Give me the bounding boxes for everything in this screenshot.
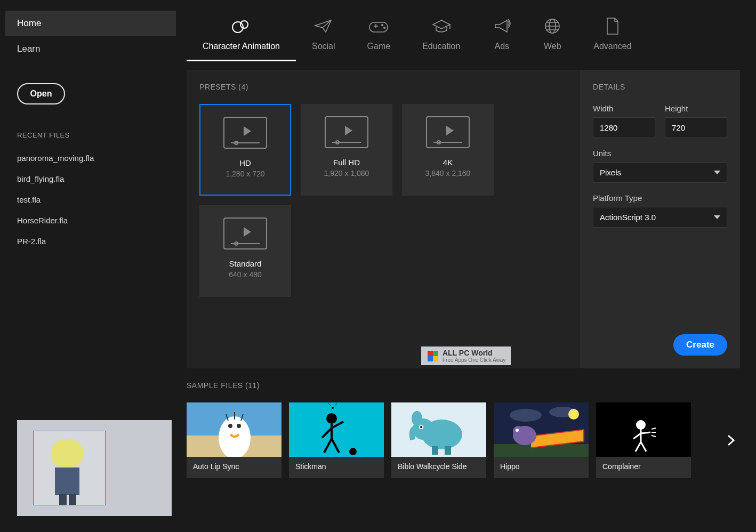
platform-select[interactable]: ActionScript 3.0 xyxy=(593,207,727,228)
sample-title: Auto Lip Sync xyxy=(187,457,282,478)
paper-plane-icon xyxy=(314,16,333,36)
tab-label: Game xyxy=(367,42,391,51)
sample-title: Stickman xyxy=(289,457,384,478)
svg-rect-8 xyxy=(428,356,433,361)
svg-point-34 xyxy=(516,429,519,432)
samples-next-button[interactable] xyxy=(722,429,740,452)
watermark-badge: ALL PC World Free Apps One Click Away xyxy=(421,346,511,365)
document-icon xyxy=(605,16,621,36)
tab-character-animation[interactable]: Character Animation xyxy=(187,11,296,61)
presets-section: PRESETS (4) HD 1,280 x 720 Full HD 1,920… xyxy=(187,70,580,368)
preset-dimensions: 3,840 x 2,160 xyxy=(425,169,471,178)
svg-point-2 xyxy=(381,24,383,26)
main-panel: Character Animation Social Game Educatio… xyxy=(176,5,751,527)
svg-rect-35 xyxy=(596,402,691,457)
preset-name: HD xyxy=(239,158,251,167)
video-preset-icon xyxy=(325,116,368,148)
gamepad-icon xyxy=(368,16,389,36)
svg-rect-26 xyxy=(445,446,451,455)
globe-icon xyxy=(543,16,561,36)
width-input[interactable] xyxy=(593,117,655,138)
preset-dimensions: 1,920 x 1,080 xyxy=(324,169,369,178)
svg-point-23 xyxy=(420,426,422,428)
nav-learn[interactable]: Learn xyxy=(5,36,176,62)
svg-point-18 xyxy=(332,407,334,409)
svg-point-13 xyxy=(228,424,232,428)
chevron-down-icon xyxy=(714,215,720,219)
graduation-cap-icon xyxy=(431,16,452,36)
svg-point-30 xyxy=(568,409,579,420)
sample-stickman[interactable]: Stickman xyxy=(289,402,384,478)
preset-name: Full HD xyxy=(333,158,360,167)
sidebar: Home Learn Open RECENT FILES panoroma_mo… xyxy=(5,5,176,527)
sample-title: Biblo Walkcycle Side xyxy=(391,457,486,478)
platform-label: Platform Type xyxy=(593,194,727,203)
recent-file[interactable]: PR-2.fla xyxy=(5,231,176,252)
recent-file[interactable]: test.fla xyxy=(5,189,176,210)
tab-label: Web xyxy=(544,42,561,51)
units-label: Units xyxy=(593,149,727,158)
open-button[interactable]: Open xyxy=(17,83,65,104)
preset-name: Standard xyxy=(229,259,262,268)
recent-file[interactable]: HorseRider.fla xyxy=(5,210,176,231)
tab-label: Education xyxy=(422,42,460,51)
svg-point-24 xyxy=(412,411,422,426)
preset-4k[interactable]: 4K 3,840 x 2,160 xyxy=(402,104,494,196)
watermark-logo-icon xyxy=(427,350,439,362)
sample-thumbnail xyxy=(596,402,691,457)
svg-point-17 xyxy=(349,448,357,455)
sample-files-section: SAMPLE FILES (11) Auto Lip Sync xyxy=(187,381,740,478)
preset-full-hd[interactable]: Full HD 1,920 x 1,080 xyxy=(301,104,392,196)
tab-label: Ads xyxy=(495,42,510,51)
recent-file[interactable]: panoroma_moving.fla xyxy=(5,148,176,168)
tab-advanced[interactable]: Advanced xyxy=(577,11,647,61)
preset-standard[interactable]: Standard 640 x 480 xyxy=(199,205,291,297)
sample-hippo[interactable]: Hippo xyxy=(494,402,589,478)
svg-point-14 xyxy=(237,424,241,428)
tab-education[interactable]: Education xyxy=(406,11,476,61)
height-input[interactable] xyxy=(665,117,727,138)
video-preset-icon xyxy=(223,117,267,149)
video-preset-icon xyxy=(426,116,470,148)
units-value: Pixels xyxy=(600,168,621,177)
units-select[interactable]: Pixels xyxy=(593,162,727,183)
sample-title: Complainer xyxy=(596,457,691,478)
svg-rect-9 xyxy=(433,356,438,361)
sample-thumbnail xyxy=(391,402,486,457)
tab-ads[interactable]: Ads xyxy=(476,11,527,61)
sample-thumbnail xyxy=(289,402,384,457)
svg-rect-7 xyxy=(433,351,438,356)
tab-label: Social xyxy=(312,42,335,51)
character-animation-icon xyxy=(230,16,252,36)
nav-home[interactable]: Home xyxy=(5,11,176,36)
sample-files-header: SAMPLE FILES (11) xyxy=(187,381,740,390)
sample-auto-lip-sync[interactable]: Auto Lip Sync xyxy=(187,402,282,478)
tab-game[interactable]: Game xyxy=(351,11,407,61)
video-preset-icon xyxy=(223,217,267,249)
details-header: DETAILS xyxy=(593,83,727,91)
details-panel: DETAILS Width Height Units Pixels xyxy=(580,70,740,368)
recent-file[interactable]: bird_flying.fla xyxy=(5,168,176,189)
preset-dimensions: 640 x 480 xyxy=(229,270,262,279)
presets-header: PRESETS (4) xyxy=(199,83,567,91)
create-button[interactable]: Create xyxy=(673,334,727,356)
sample-biblo-walkcycle[interactable]: Biblo Walkcycle Side xyxy=(391,402,486,478)
preset-hd[interactable]: HD 1,280 x 720 xyxy=(199,104,291,196)
tab-label: Advanced xyxy=(593,42,631,51)
sample-thumbnail xyxy=(494,402,589,457)
recent-preview-thumbnail xyxy=(17,420,172,516)
preset-dimensions: 1,280 x 720 xyxy=(226,170,264,178)
height-label: Height xyxy=(665,104,727,113)
megaphone-icon xyxy=(492,16,511,36)
tab-label: Character Animation xyxy=(203,42,280,51)
svg-point-3 xyxy=(383,27,385,29)
sample-complainer[interactable]: Complainer xyxy=(596,402,691,478)
svg-point-28 xyxy=(510,409,542,422)
svg-point-36 xyxy=(636,420,646,430)
chevron-right-icon xyxy=(727,434,735,446)
svg-rect-25 xyxy=(432,446,438,455)
tab-social[interactable]: Social xyxy=(296,11,351,61)
sample-thumbnail xyxy=(187,402,282,457)
recent-files-header: RECENT FILES xyxy=(17,131,176,139)
tab-web[interactable]: Web xyxy=(527,11,577,61)
